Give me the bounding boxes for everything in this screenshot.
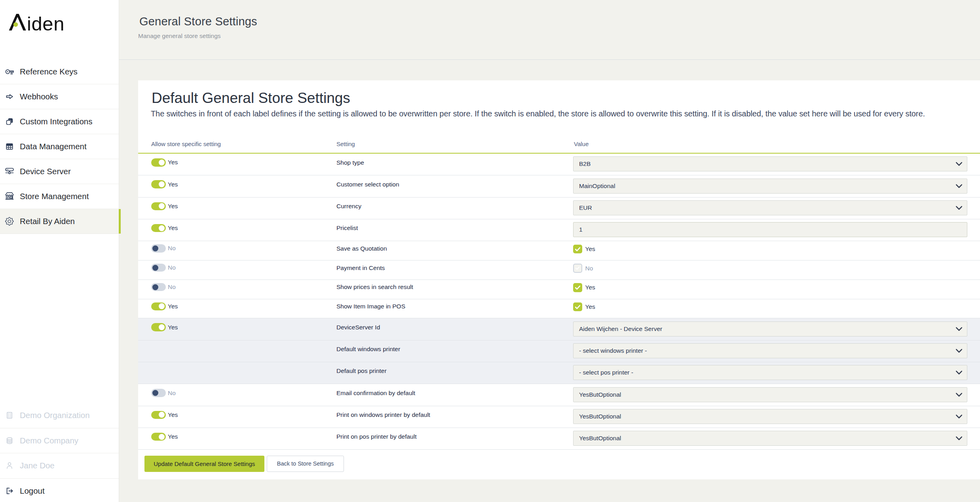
svg-text:iden: iden: [27, 13, 65, 34]
